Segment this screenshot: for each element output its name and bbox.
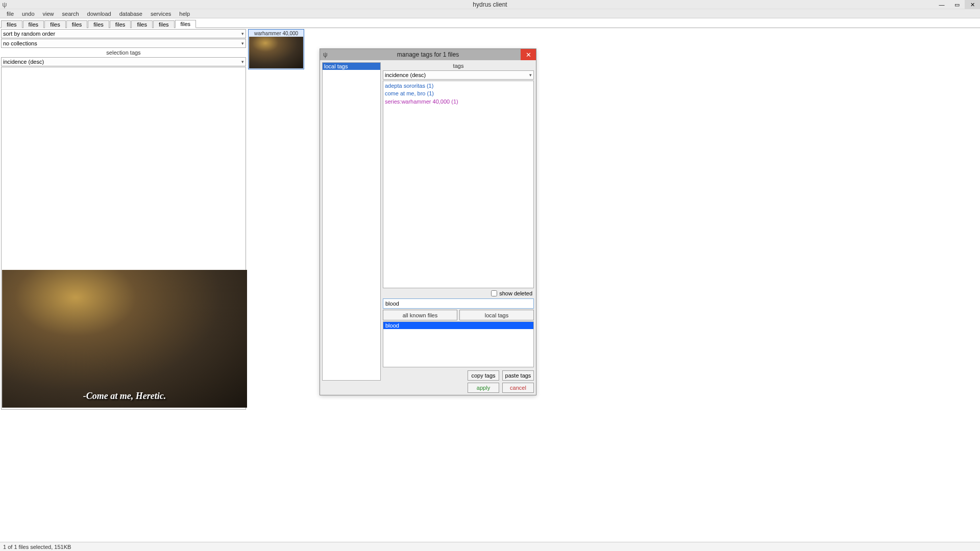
copy-tags-button[interactable]: copy tags (468, 370, 499, 381)
sort-dropdown[interactable]: sort by random order ▾ (1, 29, 246, 38)
selection-tags-label: selection tags (1, 48, 246, 57)
tag-item[interactable]: series:warhammer 40,000 (1) (385, 98, 532, 106)
tag-service-local-tags[interactable]: local tags (323, 63, 380, 70)
incidence-dropdown-value: incidence (desc) (3, 59, 44, 65)
tags-label: tags (383, 62, 534, 69)
chevron-down-icon: ▾ (241, 31, 244, 36)
tag-item[interactable]: come at me, bro (1) (385, 90, 532, 97)
tab-files[interactable]: files (23, 20, 44, 28)
dialog-title: manage tags for 1 files (397, 51, 459, 58)
dialog-close-button[interactable]: ✕ (521, 49, 536, 60)
tab-files[interactable]: files (66, 20, 88, 28)
menu-services[interactable]: services (146, 11, 175, 17)
tab-files[interactable]: files (110, 20, 131, 28)
tab-files[interactable]: files (44, 20, 66, 28)
thumbnail[interactable]: warhammer 40,000 (248, 29, 304, 69)
tab-files[interactable]: files (153, 20, 175, 28)
preview-caption: -Come at me, Heretic. (83, 391, 166, 402)
menu-help[interactable]: help (175, 11, 194, 17)
preview-image: -Come at me, Heretic. (2, 270, 247, 408)
menu-download[interactable]: download (83, 11, 115, 17)
dialog-icon: ψ (323, 51, 328, 58)
dialog-title-bar[interactable]: ψ manage tags for 1 files ✕ (320, 49, 536, 60)
chevron-down-icon: ▾ (529, 72, 532, 78)
chevron-down-icon: ▾ (241, 59, 244, 64)
menu-search[interactable]: search (58, 11, 83, 17)
status-text: 1 of 1 files selected, 151KB (3, 544, 71, 550)
tag-input[interactable]: blood (383, 298, 534, 309)
apply-button[interactable]: apply (468, 383, 499, 393)
tag-input-value: blood (385, 300, 399, 307)
manage-tags-dialog: ψ manage tags for 1 files ✕ local tags t… (320, 48, 536, 395)
tag-list[interactable]: adepta sororitas (1) come at me, bro (1)… (383, 81, 534, 288)
tag-suggestions[interactable]: blood (383, 321, 534, 367)
show-deleted-label: show deleted (499, 290, 532, 296)
tab-row: files files files files files files file… (0, 18, 980, 28)
local-tags-button[interactable]: local tags (459, 310, 534, 320)
status-bar: 1 of 1 files selected, 151KB (0, 542, 980, 551)
chevron-down-icon: ▾ (241, 41, 244, 46)
menu-bar: file undo view search download database … (0, 9, 980, 18)
title-bar: ψ hydrus client — ▭ ✕ (0, 0, 980, 9)
tab-files[interactable]: files (131, 20, 153, 28)
minimize-button[interactable]: — (934, 0, 949, 9)
sort-dropdown-value: sort by random order (3, 31, 55, 37)
preview-pane[interactable]: -Come at me, Heretic. (2, 270, 247, 408)
tab-files-active[interactable]: files (175, 20, 197, 28)
tag-item[interactable]: adepta sororitas (1) (385, 82, 532, 90)
tab-files[interactable]: files (1, 20, 22, 28)
app-title: hydrus client (473, 1, 507, 8)
suggestion-item-selected[interactable]: blood (383, 322, 533, 329)
menu-undo[interactable]: undo (18, 11, 38, 17)
menu-view[interactable]: view (39, 11, 58, 17)
close-button[interactable]: ✕ (965, 0, 980, 9)
app-icon: ψ (0, 1, 9, 8)
incidence-dropdown[interactable]: incidence (desc) ▾ (1, 57, 246, 66)
menu-file[interactable]: file (3, 11, 18, 17)
maximize-button[interactable]: ▭ (949, 0, 965, 9)
paste-tags-button[interactable]: paste tags (502, 370, 534, 381)
thumbnail-label: warhammer 40,000 (249, 30, 303, 37)
cancel-button[interactable]: cancel (502, 383, 534, 393)
show-deleted-checkbox[interactable] (491, 290, 497, 296)
thumbnail-image (249, 37, 303, 68)
all-known-files-button[interactable]: all known files (383, 310, 457, 320)
menu-database[interactable]: database (115, 11, 146, 17)
dialog-incidence-dropdown[interactable]: incidence (desc) ▾ (383, 70, 534, 80)
dialog-incidence-value: incidence (desc) (385, 72, 426, 78)
collections-dropdown-value: no collections (3, 40, 37, 46)
tag-services-list[interactable]: local tags (322, 62, 381, 381)
tab-files[interactable]: files (88, 20, 109, 28)
collections-dropdown[interactable]: no collections ▾ (1, 39, 246, 48)
